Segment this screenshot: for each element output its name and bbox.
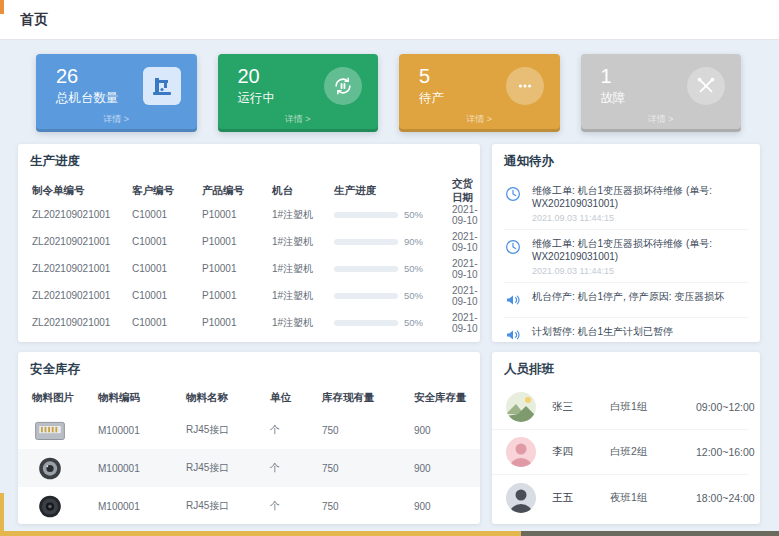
material-code: M100001 [98, 501, 186, 512]
staff-shift: 夜班1组 [610, 491, 696, 505]
progress-bar [334, 266, 398, 272]
notice-list: 维修工单: 机台1变压器损坏待维修 (单号: WX202109031001) 2… [492, 177, 760, 342]
customer-no: C10001 [132, 317, 202, 328]
table-row: ZL202109021001 C10001 P10001 1#注塑机 50 20… [18, 309, 480, 336]
notice-text: 计划暂停: 机台1生产计划已暂停 [532, 325, 673, 338]
panel-notices: 通知待办 维修工单: 机台1变压器损坏待维修 (单号: WX2021090310… [492, 144, 760, 342]
staff-row: 李四 白班2组 12:00~16:00 [492, 430, 748, 475]
stat-card-running[interactable]: 20 运行中 详情 > [218, 54, 379, 132]
page-header: 首页 [0, 0, 779, 40]
progress-cell: 50 [334, 290, 452, 301]
stock-qty: 750 [322, 463, 414, 474]
product-no: P10001 [202, 236, 272, 247]
column-header: 物料图片 [32, 391, 98, 405]
detail-link[interactable]: 详情 > [581, 113, 742, 126]
material-name: RJ45接口 [186, 461, 270, 475]
staff-shift: 白班1组 [610, 400, 696, 414]
notice-text: 维修工单: 机台1变压器损坏待维修 (单号: WX202109031001) [532, 237, 748, 263]
stat-card-body: 5 待产 [399, 54, 560, 107]
customer-no: C10001 [132, 236, 202, 247]
table-row: M100001 RJ45接口 个 750 900 [18, 411, 480, 449]
progress-cell: 90 [334, 236, 452, 247]
material-name: RJ45接口 [186, 499, 270, 513]
stat-label: 待产 [419, 90, 444, 107]
product-no: P10001 [202, 290, 272, 301]
staff-name: 王五 [552, 491, 610, 505]
clock-icon [504, 185, 524, 205]
progress-cell: 50 [334, 317, 452, 328]
order-no: ZL202109021001 [32, 290, 132, 301]
customer-no: C10001 [132, 290, 202, 301]
progress-value: 50 [404, 209, 423, 220]
panel-title: 生产进度 [18, 144, 480, 177]
table-row: M100001 RJ45接口 个 750 900 [18, 487, 480, 524]
column-header: 库存现有量 [322, 391, 414, 405]
unit: 个 [270, 423, 322, 437]
panel-safety-stock: 安全库存 物料图片 物料编码 物料名称 单位 库存现有量 安全库存量 M1000… [18, 352, 480, 524]
progress-value: 50 [404, 317, 423, 328]
customer-no: C10001 [132, 209, 202, 220]
notice-text: 维修工单: 机台1变压器损坏待维修 (单号: WX202109031001) [532, 184, 748, 210]
notice-item[interactable]: 计划暂停: 机台1生产计划已暂停 2021.09.03 11:44:15 [504, 318, 748, 342]
detail-link[interactable]: 详情 > [399, 113, 560, 126]
column-header: 物料编码 [98, 391, 186, 405]
staff-time: 18:00~24:00 [696, 492, 755, 504]
delivery-date: 2021-09-10 [452, 312, 480, 334]
notice-time: 2021.09.03 11:44:15 [532, 341, 673, 342]
stat-value: 1 [601, 65, 626, 87]
inventory-table-body: M100001 RJ45接口 个 750 900 M100001 RJ45接口 … [18, 411, 480, 524]
column-header: 安全库存量 [414, 391, 480, 405]
order-no: ZL202109021001 [32, 317, 132, 328]
delivery-date: 2021-09-10 [452, 285, 480, 307]
stat-label: 故障 [601, 90, 626, 107]
safety-qty: 900 [414, 425, 480, 436]
production-table-header: 制令单编号 客户编号 产品编号 机台 生产进度 交货日期 [18, 177, 480, 201]
column-header: 产品编号 [202, 184, 272, 198]
table-row: ZL202109021001 C10001 P10001 1#注塑机 50 20… [18, 201, 480, 228]
rj45-connector-image [32, 417, 98, 444]
safety-qty: 900 [414, 501, 480, 512]
inventory-table-header: 物料图片 物料编码 物料名称 单位 库存现有量 安全库存量 [18, 385, 480, 411]
stat-label: 运行中 [238, 90, 276, 107]
panel-staff-schedule: 人员排班 张三 白班1组 09:00~12:00 李四 白班2组 12:00~1… [492, 352, 760, 524]
avatar [506, 437, 536, 467]
machine: 1#注塑机 [272, 316, 334, 330]
progress-cell: 50 [334, 263, 452, 274]
fault-icon [687, 67, 725, 105]
machine-icon [143, 67, 181, 105]
table-row: ZL202109021001 C10001 P10001 1#注塑机 50 20… [18, 282, 480, 309]
speaker-part-image [32, 493, 98, 520]
detail-link[interactable]: 详情 > [218, 113, 379, 126]
page-title: 首页 [0, 11, 49, 29]
staff-time: 12:00~16:00 [696, 446, 755, 458]
order-no: ZL202109021001 [32, 236, 132, 247]
stat-label: 总机台数量 [56, 90, 119, 107]
stat-card-fault[interactable]: 1 故障 详情 > [581, 54, 742, 132]
progress-cell: 50 [334, 209, 452, 220]
machine: 1#注塑机 [272, 289, 334, 303]
product-no: P10001 [202, 263, 272, 274]
window-edge-bottom-dark [521, 531, 779, 536]
column-header: 机台 [272, 184, 334, 198]
progress-bar [334, 212, 398, 218]
avatar [506, 392, 536, 422]
progress-value: 50 [404, 290, 423, 301]
safety-qty: 900 [414, 463, 480, 474]
column-header: 单位 [270, 391, 322, 405]
detail-link[interactable]: 详情 > [36, 113, 197, 126]
notice-item[interactable]: 维修工单: 机台1变压器损坏待维修 (单号: WX202109031001) 2… [504, 230, 748, 283]
stock-qty: 750 [322, 501, 414, 512]
notice-item[interactable]: 维修工单: 机台1变压器损坏待维修 (单号: WX202109031001) 2… [504, 177, 748, 230]
stock-qty: 750 [322, 425, 414, 436]
machine: 1#注塑机 [272, 262, 334, 276]
stat-card-waiting[interactable]: 5 待产 详情 > [399, 54, 560, 132]
machine: 1#注塑机 [272, 208, 334, 222]
order-no: ZL202109021001 [32, 263, 132, 274]
table-row: M100001 RJ45接口 个 750 900 [18, 449, 480, 487]
notice-item[interactable]: 机台停产: 机台1停产, 停产原因: 变压器损坏 [504, 283, 748, 318]
stat-value: 20 [238, 65, 276, 87]
panel-production-progress: 生产进度 制令单编号 客户编号 产品编号 机台 生产进度 交货日期 ZL2021… [18, 144, 480, 342]
panel-title: 通知待办 [492, 144, 760, 177]
stat-card-total-machines[interactable]: 26 总机台数量 详情 > [36, 54, 197, 132]
running-icon [324, 67, 362, 105]
